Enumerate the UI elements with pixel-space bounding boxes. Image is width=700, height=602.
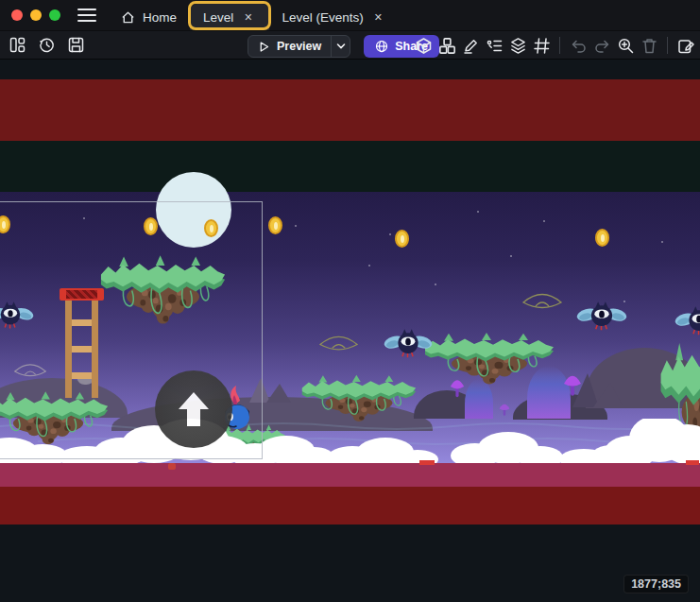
star (435, 284, 436, 285)
object-groups-button[interactable] (436, 35, 457, 56)
coin-slot (2, 221, 6, 229)
ladder-rung (72, 346, 92, 353)
star (661, 241, 663, 243)
coin-slot (401, 235, 404, 243)
layers-button[interactable] (507, 35, 528, 56)
save-button[interactable] (65, 35, 86, 56)
toolbar-divider (667, 37, 668, 54)
toolbar-right-group (413, 35, 696, 56)
close-tab-icon[interactable]: ✕ (371, 10, 385, 25)
touch-arrow-up-control[interactable] (155, 370, 232, 448)
scene-canvas[interactable]: 1877;835 (0, 60, 700, 602)
moon[interactable] (156, 172, 231, 248)
globe-icon (375, 40, 388, 53)
redo-button[interactable] (591, 35, 612, 56)
window-controls (0, 9, 70, 21)
toolbar-center-group: Preview Share (248, 35, 439, 58)
play-icon (258, 41, 270, 53)
grid-button[interactable] (531, 35, 552, 56)
redo-icon (594, 38, 610, 54)
star (83, 217, 85, 219)
red-object-peek (168, 463, 176, 470)
tab-home[interactable]: Home (108, 4, 190, 30)
background-rock-spikes (248, 374, 297, 403)
star (389, 233, 391, 235)
ladder-top (60, 288, 104, 301)
toolbar: Preview Share (0, 30, 700, 60)
star (368, 265, 370, 267)
preview-label: Preview (277, 40, 321, 53)
main-menu-icon[interactable] (77, 9, 96, 22)
instances-list-button[interactable] (484, 35, 504, 56)
home-icon (121, 10, 135, 25)
tab-label: Level (203, 10, 233, 25)
edit-scene-button[interactable] (675, 35, 696, 56)
ground-red-band (0, 487, 700, 525)
ladder-rail (65, 301, 72, 398)
zoom-window-button[interactable] (49, 9, 60, 21)
history-button[interactable] (36, 35, 57, 56)
coin[interactable] (268, 216, 282, 234)
grid-icon (534, 38, 550, 54)
ladder-rail (92, 301, 98, 398)
star (477, 211, 479, 213)
star (510, 255, 512, 257)
edit-icon (463, 38, 479, 54)
instances-list-icon (487, 38, 503, 54)
coin-slot (601, 234, 605, 242)
objects-3d-icon (416, 38, 432, 54)
tab-level[interactable]: Level ✕ (190, 4, 269, 30)
preview-split-button: Preview (248, 35, 350, 58)
coin[interactable] (395, 230, 409, 248)
panels-button[interactable] (7, 35, 27, 56)
bat-enemy[interactable] (0, 299, 34, 333)
objects-3d-button[interactable] (413, 35, 434, 56)
star (543, 220, 545, 222)
bat-enemy[interactable] (674, 303, 700, 339)
background-red-band-top (0, 79, 700, 141)
eye-outline-decoration (13, 361, 47, 382)
titlebar: Home Level ✕ Level (Events) ✕ (0, 0, 700, 30)
minimize-window-button[interactable] (30, 9, 42, 21)
mushroom (563, 371, 582, 398)
coin[interactable] (204, 219, 218, 237)
ladder-top-weave (66, 290, 97, 299)
zoom-in-button[interactable] (615, 35, 636, 56)
edit-button[interactable] (460, 35, 481, 56)
undo-icon (571, 38, 587, 54)
delete-icon (641, 38, 657, 54)
coin[interactable] (144, 217, 158, 235)
eye-outline-decoration (318, 333, 359, 356)
app-window: Home Level ✕ Level (Events) ✕ (0, 0, 700, 602)
coin-slot (274, 222, 278, 230)
ground-pink-band (0, 463, 700, 487)
clouds (0, 419, 700, 466)
coin[interactable] (595, 229, 609, 247)
layers-icon (510, 38, 526, 54)
toolbar-divider (559, 37, 560, 54)
close-window-button[interactable] (11, 9, 23, 21)
grass-island[interactable] (423, 329, 555, 389)
preview-button[interactable]: Preview (248, 40, 331, 53)
edit-scene-icon (678, 38, 694, 54)
tab-level-events[interactable]: Level (Events) ✕ (269, 4, 400, 30)
zoom-in-icon (618, 38, 634, 54)
panels-icon (9, 37, 26, 53)
delete-button[interactable] (639, 35, 659, 56)
close-tab-icon[interactable]: ✕ (241, 10, 255, 25)
history-icon (39, 37, 55, 53)
toolbar-left-group (0, 35, 86, 56)
undo-button[interactable] (568, 35, 589, 56)
grass-island[interactable] (99, 250, 227, 331)
red-object-peek (686, 460, 699, 465)
arrow-up-icon (174, 388, 213, 430)
chevron-down-icon (336, 43, 346, 50)
bat-enemy[interactable] (576, 299, 627, 335)
ladder[interactable] (60, 288, 104, 398)
preview-options-button[interactable] (331, 36, 350, 57)
background-dark-band (0, 141, 700, 192)
red-object-peek (419, 460, 435, 465)
star (295, 225, 297, 227)
bat-enemy[interactable] (384, 326, 433, 362)
ladder-rung (72, 319, 92, 326)
